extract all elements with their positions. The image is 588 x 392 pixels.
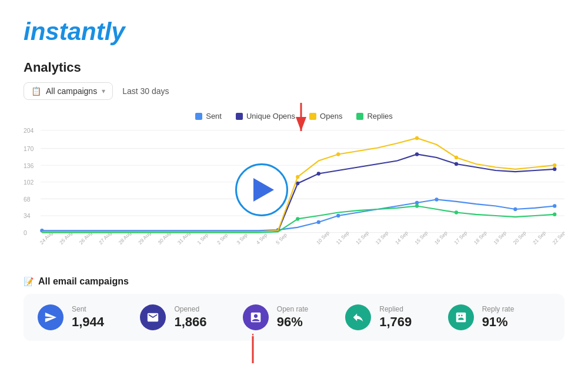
chevron-down-icon: ▾ [102,87,105,95]
legend-dot-unique-opens [236,113,243,120]
open-rate-arrow [235,334,270,368]
svg-text:14 Sep: 14 Sep [394,230,409,246]
sent-value: 1,944 [72,314,104,330]
legend-label-sent: Sent [206,112,222,120]
edit-icon: 📝 [24,277,34,286]
open-rate-arrow-svg [235,334,270,366]
legend-label-opens: Opens [320,112,342,120]
open-rate-icon [243,304,269,330]
svg-point-49 [553,204,556,208]
svg-point-62 [455,210,458,215]
svg-point-57 [415,136,419,140]
svg-text:19 Sep: 19 Sep [492,230,507,246]
red-arrow-svg [283,103,319,135]
svg-point-54 [553,167,556,172]
sent-icon [38,304,64,330]
stat-sent: Sent 1,944 [38,304,140,330]
sent-label: Sent [72,305,104,313]
reply-rate-text: Reply rate 91% [482,305,514,330]
svg-point-56 [336,152,340,156]
svg-point-52 [415,152,419,156]
svg-text:11 Sep: 11 Sep [335,230,350,246]
analytics-title: Analytics [24,60,564,75]
svg-text:15 Sep: 15 Sep [414,230,429,246]
stat-open-rate: Open rate 96% [243,304,345,330]
svg-text:1 Sep: 1 Sep [196,232,209,246]
opened-text: Opened 1,866 [174,305,206,330]
play-icon [253,178,274,202]
legend-replies: Replies [356,112,392,120]
replied-value: 1,769 [379,314,412,330]
stat-replied: Replied 1,769 [345,304,447,330]
svg-text:18 Sep: 18 Sep [473,230,488,246]
reply-rate-label: Reply rate [482,305,514,313]
svg-text:16 Sep: 16 Sep [433,230,449,246]
open-rate-label: Open rate [277,305,308,313]
svg-text:4 Sep: 4 Sep [255,232,268,246]
legend-label-replies: Replies [367,112,392,120]
svg-text:13 Sep: 13 Sep [375,230,390,246]
svg-text:10 Sep: 10 Sep [315,230,330,246]
svg-text:17 Sep: 17 Sep [453,230,468,246]
svg-point-60 [296,217,299,221]
svg-text:5 Sep: 5 Sep [275,232,288,246]
legend-sent: Sent [195,112,222,120]
play-button[interactable] [235,163,288,216]
page-wrapper: instantly Analytics 📋 All campaigns ▾ La… [0,0,588,392]
reply-rate-icon [448,304,474,330]
open-rate-value: 96% [277,314,308,330]
svg-text:204: 204 [24,127,34,134]
open-rate-text: Open rate 96% [277,305,308,330]
stat-opened: Opened 1,866 [140,304,242,330]
svg-point-53 [455,162,458,166]
svg-text:12 Sep: 12 Sep [355,230,370,246]
svg-text:170: 170 [24,145,34,152]
svg-text:22 Sep: 22 Sep [552,230,564,246]
stat-reply-rate: Reply rate 91% [448,304,550,330]
logo: instantly [24,18,564,46]
legend-arrow [283,103,319,138]
svg-point-63 [553,213,556,217]
filter-row: 📋 All campaigns ▾ Last 30 days [24,82,564,100]
opened-icon [140,304,166,330]
reply-rate-value: 91% [482,314,514,330]
svg-text:21 Sep: 21 Sep [532,230,547,246]
svg-text:102: 102 [24,179,34,186]
opened-value: 1,866 [174,314,206,330]
stats-card: Sent 1,944 Opened 1,866 Open rat [24,294,564,341]
replied-text: Replied 1,769 [379,305,412,330]
svg-text:0: 0 [24,229,27,236]
svg-point-61 [415,204,419,208]
all-campaigns-label: 📝 All email campaigns [24,276,564,287]
svg-point-59 [553,163,556,167]
chart-container: Sent Unique Opens Opens Replies 204 170 … [24,112,564,264]
legend-dot-replies [356,113,363,120]
replied-label: Replied [379,305,412,313]
svg-point-44 [317,220,320,225]
svg-point-55 [296,175,299,179]
svg-text:68: 68 [24,196,31,203]
svg-point-51 [317,172,320,176]
svg-text:2 Sep: 2 Sep [216,232,229,246]
campaigns-select[interactable]: 📋 All campaigns ▾ [24,82,113,100]
sent-text: Sent 1,944 [72,305,104,330]
line-chart-svg: 204 170 136 102 68 34 0 24 Aug 25 Aug 26… [24,125,564,254]
svg-text:34: 34 [24,212,31,219]
campaigns-label: All campaigns [46,86,97,96]
svg-text:20 Sep: 20 Sep [512,230,527,246]
svg-point-58 [455,156,458,160]
campaigns-section-title: All email campaigns [38,276,129,287]
chart-svg: 204 170 136 102 68 34 0 24 Aug 25 Aug 26… [24,125,564,254]
svg-text:136: 136 [24,162,34,169]
legend-dot-sent [195,113,202,120]
opened-label: Opened [174,305,206,313]
svg-point-45 [336,214,340,218]
svg-text:3 Sep: 3 Sep [235,232,248,246]
calendar-icon: 📋 [31,86,41,96]
date-range-label: Last 30 days [122,86,169,96]
svg-point-47 [435,197,438,202]
replied-icon [345,304,371,330]
svg-point-48 [513,207,517,212]
